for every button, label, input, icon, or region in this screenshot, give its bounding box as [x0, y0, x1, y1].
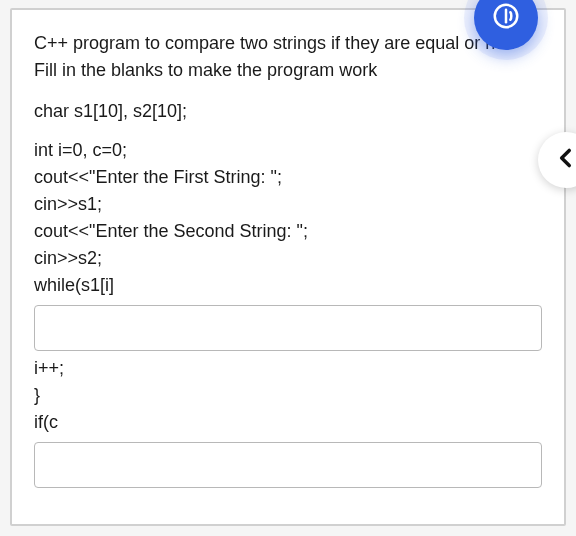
blank-input-1[interactable] — [34, 305, 542, 351]
chevron-left-icon — [553, 145, 576, 175]
code-line: char s1[10], s2[10]; — [34, 98, 542, 125]
code-line: cin>>s2; — [34, 245, 542, 272]
code-line: i++; — [34, 355, 542, 382]
code-line: cin>>s1; — [34, 191, 542, 218]
audio-toggle-icon — [491, 1, 521, 35]
code-line: cout<<"Enter the Second String: "; — [34, 218, 542, 245]
question-card: C++ program to compare two strings if th… — [10, 8, 566, 526]
code-line: while(s1[i] — [34, 272, 542, 299]
blank-input-2[interactable] — [34, 442, 542, 488]
question-prompt: C++ program to compare two strings if th… — [34, 30, 542, 84]
code-line: cout<<"Enter the First String: "; — [34, 164, 542, 191]
code-line: int i=0, c=0; — [34, 137, 542, 164]
code-line: } — [34, 382, 542, 409]
code-line: if(c — [34, 409, 542, 436]
code-block: char s1[10], s2[10]; int i=0, c=0; cout<… — [34, 98, 542, 492]
